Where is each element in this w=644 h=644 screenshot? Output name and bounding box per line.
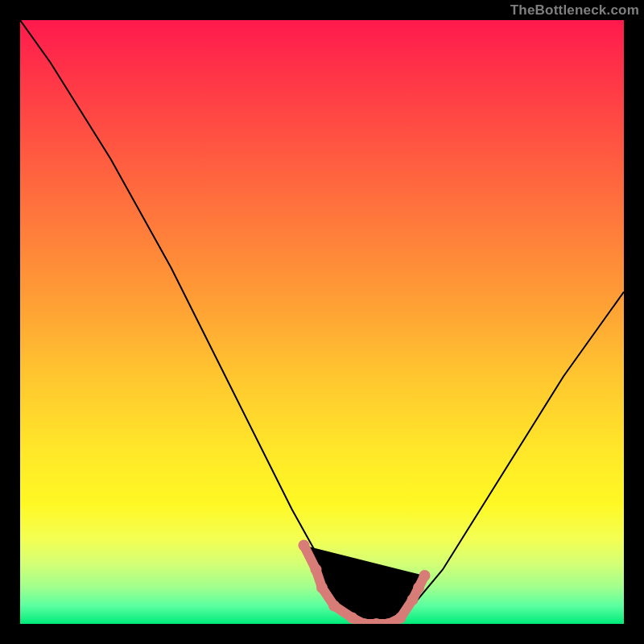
bottleneck-curve	[20, 20, 624, 624]
markers-group	[299, 540, 431, 625]
curve-layer	[20, 20, 624, 624]
marker-dot	[328, 601, 340, 612]
marker-dot	[413, 582, 424, 593]
watermark-text: TheBottleneck.com	[510, 0, 639, 20]
marker-dot	[407, 594, 419, 605]
chart-stage: TheBottleneck.com	[0, 0, 644, 644]
marker-dot	[347, 613, 358, 624]
marker-dot	[419, 570, 431, 581]
plot-area	[20, 20, 624, 624]
marker-dot	[395, 613, 407, 624]
marker-dot	[316, 582, 328, 593]
marker-dot	[299, 540, 310, 551]
marker-dot	[311, 564, 322, 576]
